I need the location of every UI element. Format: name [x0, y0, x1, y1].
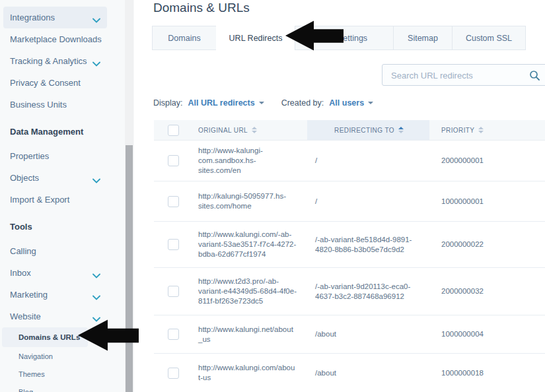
tab-domains[interactable]: Domains	[152, 26, 217, 50]
sidebar-item-business-units[interactable]: Business Units	[0, 94, 134, 115]
sidebar-item-label: Calling	[10, 246, 36, 256]
table-row: http://kalungi-5095977.hs-sites.com/home…	[154, 181, 545, 221]
row-checkbox[interactable]	[168, 286, 179, 297]
priority-cell: 1000000004	[429, 329, 545, 339]
row-checkbox[interactable]	[168, 196, 179, 207]
sidebar-item-import-export[interactable]: Import & Export	[0, 189, 134, 211]
row-checkbox[interactable]	[168, 239, 179, 250]
redirecting-to-cell: /-ab-variant-8e518d4d-9891-4820-8b86-b3b…	[307, 235, 429, 255]
chevron-down-icon	[92, 271, 100, 280]
sidebar-item-privacy-consent[interactable]: Privacy & Consent	[0, 72, 134, 94]
sidebar-item-calling[interactable]: Calling	[0, 240, 134, 262]
priority-cell: 2000000022	[429, 240, 545, 249]
chevron-down-icon	[92, 292, 100, 302]
chevron-down-icon	[92, 59, 100, 69]
sidebar-item-tracking-analytics[interactable]: Tracking & Analytics	[0, 50, 134, 72]
sidebar-item-label: Objects	[10, 173, 39, 183]
url-redirects-table: ORIGINAL URL REDIRECTING TO PRIORITY htt…	[154, 120, 545, 392]
sort-icon	[478, 127, 484, 133]
sidebar-item-label: Marketing	[10, 290, 48, 300]
sidebar-item-label: Blog	[18, 388, 33, 392]
search-box	[382, 64, 545, 86]
row-checkbox[interactable]	[168, 329, 179, 340]
column-header-redirecting-to[interactable]: REDIRECTING TO	[307, 120, 429, 140]
sidebar-item-integrations[interactable]: Integrations	[3, 7, 107, 28]
original-url-cell: http://www-kalungi-com.sandbox.hs-sites.…	[190, 146, 307, 176]
sidebar-item-label: Domains & URLs	[18, 333, 80, 341]
annotation-arrow-url-redirects	[285, 18, 344, 51]
chevron-down-icon	[92, 15, 100, 25]
chevron-down-icon	[92, 176, 100, 185]
redirecting-to-cell: /	[307, 156, 429, 166]
redirecting-to-cell: /-ab-variant-9d20113c-eca0-4637-b3c2-887…	[307, 282, 429, 302]
sidebar-item-label: Properties	[10, 151, 49, 161]
sidebar-item-label: Inbox	[10, 268, 31, 278]
row-checkbox[interactable]	[168, 368, 179, 379]
redirecting-to-cell: /about	[307, 368, 429, 378]
sidebar-item-blog[interactable]: Blog	[0, 383, 134, 392]
sidebar-item-label: Website	[10, 311, 41, 321]
original-url-cell: http://www.t2d3.pro/-ab-variant-e44349d5…	[190, 277, 307, 306]
row-checkbox[interactable]	[168, 155, 179, 166]
sidebar-item-label: Import & Export	[10, 195, 69, 205]
sidebar-section-tools: Tools	[0, 216, 134, 238]
sidebar-item-label: Themes	[18, 370, 45, 378]
sidebar-item-label: Navigation	[18, 352, 53, 360]
sidebar-item-label: Business Units	[10, 100, 67, 110]
sidebar-section-data-management: Data Management	[0, 121, 134, 143]
table-row: http://www.kalungi.net/about_us /about 1…	[154, 315, 545, 353]
display-filter-dropdown[interactable]: All URL redirects	[188, 98, 264, 108]
sidebar-item-label: Integrations	[10, 13, 55, 22]
sidebar-item-marketing[interactable]: Marketing	[0, 284, 134, 306]
priority-cell: 2000000001	[429, 156, 545, 166]
sort-ascending-icon	[398, 127, 404, 133]
original-url-cell: http://kalungi-5095977.hs-sites.com/home	[190, 191, 307, 211]
priority-cell: 2000000032	[429, 286, 545, 296]
search-icon[interactable]	[529, 70, 540, 84]
caret-down-icon	[259, 102, 264, 104]
sidebar-item-label: Marketplace Downloads	[10, 34, 102, 44]
table-row: http://www.kalungi.com/about-us /about 1…	[154, 353, 545, 392]
original-url-cell: http://www.kalungi.net/about_us	[190, 325, 307, 344]
column-header-priority[interactable]: PRIORITY	[429, 120, 545, 140]
table-row: http://www-kalungi-com.sandbox.hs-sites.…	[154, 140, 545, 181]
select-all-checkbox[interactable]	[168, 125, 179, 136]
sidebar-item-label: Tracking & Analytics	[10, 56, 87, 66]
sidebar-item-inbox[interactable]: Inbox	[0, 262, 134, 284]
priority-cell: 1000000001	[429, 197, 545, 207]
tab-url-redirects[interactable]: URL Redirects	[216, 26, 295, 50]
annotation-arrow-domains-urls	[78, 317, 139, 352]
sidebar-item-objects[interactable]: Objects	[0, 167, 134, 189]
table-header-row: ORIGINAL URL REDIRECTING TO PRIORITY	[154, 120, 545, 140]
tab-sitemap[interactable]: Sitemap	[393, 26, 453, 50]
created-by-filter-dropdown[interactable]: All users	[329, 98, 373, 108]
page-title: Domains & URLs	[153, 1, 250, 15]
search-input[interactable]	[390, 65, 528, 86]
caret-down-icon	[368, 102, 373, 104]
sidebar-scrollbar-thumb[interactable]	[126, 145, 133, 392]
sidebar-item-properties[interactable]: Properties	[0, 145, 134, 167]
redirecting-to-cell: /	[307, 197, 429, 207]
table-row: http://www.t2d3.pro/-ab-variant-e44349d5…	[154, 267, 545, 315]
filter-row: Display: All URL redirects Created by: A…	[153, 98, 373, 108]
sidebar-item-domains-urls[interactable]: Domains & URLs	[2, 327, 88, 347]
sidebar-item-marketplace-downloads[interactable]: Marketplace Downloads	[0, 28, 134, 50]
sidebar-item-label: Privacy & Consent	[10, 78, 81, 88]
tab-custom-ssl[interactable]: Custom SSL	[452, 26, 526, 50]
priority-cell: 1000000018	[429, 368, 545, 378]
display-filter-label: Display:	[153, 98, 182, 108]
table-row: http://www.kalungi.com/-ab-variant-53ae3…	[154, 221, 545, 267]
original-url-cell: http://www.kalungi.com/about-us	[190, 363, 307, 383]
sidebar-item-themes[interactable]: Themes	[0, 365, 134, 383]
sort-icon	[252, 127, 257, 133]
original-url-cell: http://www.kalungi.com/-ab-variant-53ae3…	[190, 230, 307, 259]
redirecting-to-cell: /about	[307, 329, 429, 339]
column-header-original-url[interactable]: ORIGINAL URL	[190, 120, 307, 140]
created-by-filter-label: Created by:	[281, 98, 324, 108]
